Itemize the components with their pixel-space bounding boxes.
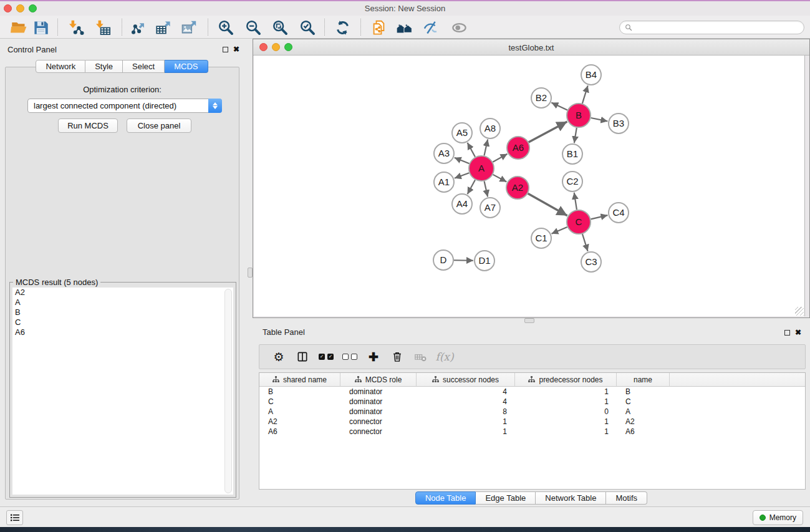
save-session-icon[interactable]: [31, 18, 50, 37]
search-input[interactable]: [635, 23, 799, 32]
select-all-checkboxes-icon[interactable]: ✓✓: [314, 347, 338, 367]
tab-motifs[interactable]: Motifs: [606, 491, 647, 505]
delete-column-icon[interactable]: [385, 347, 409, 367]
graph-node-B2[interactable]: B2: [531, 88, 551, 108]
graph-edge-A-A5[interactable]: [468, 143, 475, 157]
scrollbar-track[interactable]: [224, 289, 232, 493]
graph-edge-A6-B[interactable]: [529, 122, 567, 142]
mcds-result-item[interactable]: B: [12, 307, 233, 317]
graph-edge-A-A6[interactable]: [493, 154, 507, 162]
task-history-button[interactable]: [6, 510, 23, 525]
tab-node-table[interactable]: Node Table: [415, 491, 476, 505]
deselect-all-checkboxes-icon[interactable]: [338, 347, 362, 367]
network-canvas[interactable]: B4B2BB3A8A5A6A3B1AA1C2A2A4A7C4CC1DD1C3: [254, 56, 805, 316]
network-window-titlebar[interactable]: testGlobe.txt: [253, 39, 809, 56]
graph-edge-A2-C[interactable]: [528, 193, 567, 215]
graph-node-C[interactable]: C: [567, 210, 591, 234]
column-layout-icon[interactable]: [291, 347, 314, 367]
export-network-icon[interactable]: [129, 18, 148, 37]
tab-network-table[interactable]: Network Table: [536, 491, 606, 505]
splitter-handle-horizontal[interactable]: [524, 318, 534, 323]
zoom-fit-icon[interactable]: [271, 18, 289, 37]
graph-node-C3[interactable]: C3: [581, 252, 601, 272]
graph-edge-C-C3[interactable]: [582, 234, 588, 251]
graph-node-B3[interactable]: B3: [609, 114, 629, 133]
column-header-successor-nodes[interactable]: successor nodes: [417, 373, 515, 386]
graph-edge-A-A3[interactable]: [455, 158, 470, 164]
criterion-select[interactable]: largest connected component (directed): [27, 99, 222, 113]
float-table-panel-icon[interactable]: [784, 330, 790, 336]
graph-edge-C-C2[interactable]: [574, 193, 577, 210]
column-header-mcds-role[interactable]: MCDS role: [340, 373, 417, 386]
splitter-handle-vertical[interactable]: [248, 268, 253, 278]
graph-edge-B-B1[interactable]: [574, 128, 577, 143]
table-row[interactable]: Adominator80A: [259, 407, 805, 417]
import-network-icon[interactable]: [67, 18, 85, 37]
graph-node-A[interactable]: A: [469, 156, 494, 181]
graph-edge-A-A2[interactable]: [493, 175, 507, 182]
graph-node-B4[interactable]: B4: [581, 65, 601, 85]
column-header-shared-name[interactable]: shared name: [259, 373, 340, 386]
tab-mcds[interactable]: MCDS: [165, 60, 208, 73]
graph-edge-C-C4[interactable]: [591, 215, 607, 219]
graph-node-A1[interactable]: A1: [434, 172, 454, 192]
network-graph[interactable]: B4B2BB3A8A5A6A3B1AA1C2A2A4A7C4CC1DD1C3: [254, 56, 806, 317]
graph-node-B[interactable]: B: [567, 104, 591, 127]
graph-edge-B-B2[interactable]: [551, 103, 567, 110]
graph-edge-A-A4[interactable]: [468, 180, 475, 194]
tab-select[interactable]: Select: [123, 60, 165, 73]
graph-edge-B-B4[interactable]: [582, 85, 588, 104]
graph-node-C1[interactable]: C1: [531, 228, 551, 248]
graph-edge-C-C1[interactable]: [552, 227, 567, 234]
refresh-icon[interactable]: [333, 18, 352, 37]
table-row[interactable]: A6connector11A6: [259, 427, 805, 437]
export-table-icon[interactable]: [154, 18, 173, 37]
graph-node-D1[interactable]: D1: [475, 251, 494, 271]
import-table-icon[interactable]: [94, 18, 112, 37]
settings-gear-icon[interactable]: ⚙: [267, 347, 291, 367]
float-panel-icon[interactable]: [223, 47, 228, 52]
table-row[interactable]: Cdominator41C: [259, 397, 805, 407]
zoom-selected-icon[interactable]: [298, 18, 317, 37]
mcds-result-item[interactable]: A: [12, 297, 233, 307]
table-row[interactable]: A2connector11A2: [259, 417, 805, 427]
graph-node-C4[interactable]: C4: [609, 203, 629, 223]
graph-edge-A-A7[interactable]: [485, 181, 488, 196]
memory-button[interactable]: Memory: [753, 510, 803, 525]
mcds-result-item[interactable]: A2: [12, 288, 233, 297]
graph-node-A3[interactable]: A3: [434, 143, 454, 163]
graph-edge-B-B3[interactable]: [591, 118, 608, 121]
first-neighbors-icon[interactable]: [395, 18, 413, 37]
column-header-name[interactable]: name: [617, 373, 670, 386]
graph-node-A8[interactable]: A8: [480, 118, 500, 138]
close-table-panel-icon[interactable]: ✖: [795, 329, 801, 336]
graph-node-D[interactable]: D: [433, 250, 453, 270]
show-all-icon[interactable]: [450, 18, 468, 37]
run-mcds-button[interactable]: Run MCDS: [58, 118, 118, 133]
graph-node-A6[interactable]: A6: [507, 137, 529, 159]
hide-selected-icon[interactable]: [422, 18, 440, 37]
column-header-predecessor-nodes[interactable]: predecessor nodes: [515, 373, 617, 386]
graph-node-A2[interactable]: A2: [506, 177, 529, 199]
mcds-result-item[interactable]: C: [12, 317, 233, 327]
tab-edge-table[interactable]: Edge Table: [476, 491, 536, 505]
graph-edge-A-A8[interactable]: [484, 140, 488, 156]
add-column-icon[interactable]: ✚: [362, 347, 385, 367]
new-network-from-selection-icon[interactable]: [369, 18, 388, 37]
zoom-out-icon[interactable]: [244, 18, 263, 37]
tab-style[interactable]: Style: [85, 60, 123, 73]
open-session-icon[interactable]: [9, 18, 28, 37]
graph-node-A7[interactable]: A7: [480, 198, 500, 218]
graph-node-B1[interactable]: B1: [562, 144, 582, 164]
mcds-result-item[interactable]: A6: [12, 327, 233, 337]
graph-edge-A-A1[interactable]: [455, 173, 469, 178]
graph-node-A5[interactable]: A5: [452, 123, 472, 143]
table-row[interactable]: Bdominator41B: [259, 387, 805, 397]
close-panel-button[interactable]: Close panel: [127, 118, 191, 133]
search-box[interactable]: [619, 21, 804, 34]
tab-network[interactable]: Network: [36, 60, 85, 73]
graph-node-C2[interactable]: C2: [562, 172, 582, 191]
export-image-icon[interactable]: [180, 18, 198, 37]
resize-grip-icon[interactable]: [795, 307, 804, 316]
close-panel-icon[interactable]: ✖: [233, 46, 239, 53]
